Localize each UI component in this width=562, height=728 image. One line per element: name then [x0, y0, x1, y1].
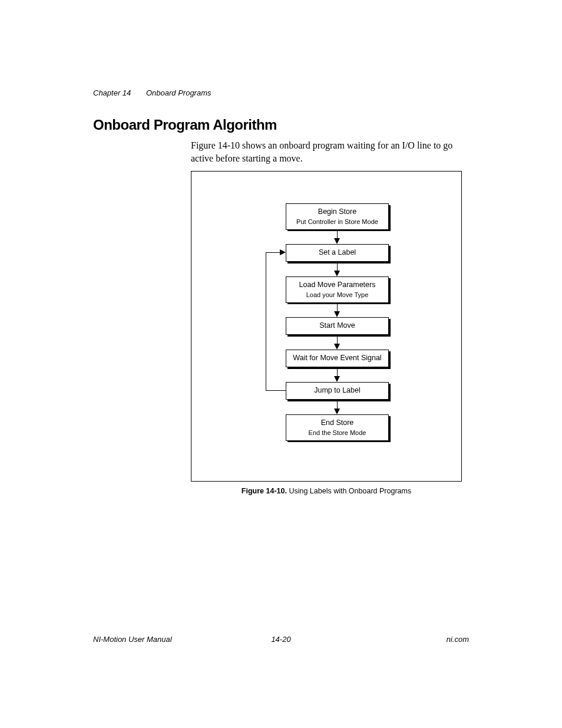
flow-node-jump-label: Jump to Label [286, 382, 389, 400]
section-heading: Onboard Program Algorithm [93, 117, 277, 133]
loop-line [266, 390, 286, 391]
node-title: Start Move [289, 321, 386, 331]
flow-node-load-params: Load Move Parameters Load your Move Type [286, 276, 389, 303]
node-subtitle: Load your Move Type [289, 291, 386, 299]
node-title: Wait for Move Event Signal [289, 354, 386, 363]
footer-page-number: 14-20 [0, 635, 562, 644]
loop-line [266, 252, 266, 391]
arrow-down-icon [334, 409, 340, 414]
chapter-title: Onboard Programs [146, 88, 211, 97]
flow-node-wait-signal: Wait for Move Event Signal [286, 350, 389, 367]
caption-text: Using Labels with Onboard Programs [289, 487, 411, 495]
flow-node-begin-store: Begin Store Put Controller in Store Mode [286, 203, 389, 230]
arrow-down-icon [334, 311, 340, 317]
loop-line [266, 252, 280, 253]
node-title: Jump to Label [289, 386, 386, 396]
node-title: Load Move Parameters [289, 281, 386, 290]
node-subtitle: Put Controller in Store Mode [289, 218, 386, 226]
arrow-right-icon [280, 249, 286, 255]
arrow-down-icon [334, 344, 340, 350]
figure-frame: Begin Store Put Controller in Store Mode… [191, 171, 462, 482]
node-subtitle: End the Store Mode [289, 429, 386, 437]
page-header: Chapter 14 Onboard Programs [93, 88, 211, 97]
arrow-down-icon [334, 376, 340, 382]
footer-url: ni.com [447, 635, 469, 644]
figure-caption: Figure 14-10. Using Labels with Onboard … [191, 487, 462, 495]
chapter-number: Chapter 14 [93, 88, 131, 97]
node-title: End Store [289, 419, 386, 428]
flowchart: Begin Store Put Controller in Store Mode… [191, 172, 461, 481]
body-paragraph: Figure 14-10 shows an onboard program wa… [191, 139, 471, 166]
arrow-down-icon [334, 238, 340, 244]
node-title: Begin Store [289, 207, 386, 217]
arrow-down-icon [334, 271, 340, 276]
flow-node-start-move: Start Move [286, 317, 389, 335]
flow-node-set-label: Set a Label [286, 244, 389, 262]
flow-node-end-store: End Store End the Store Mode [286, 414, 389, 441]
node-title: Set a Label [289, 248, 386, 258]
caption-label: Figure 14-10. [242, 487, 287, 495]
